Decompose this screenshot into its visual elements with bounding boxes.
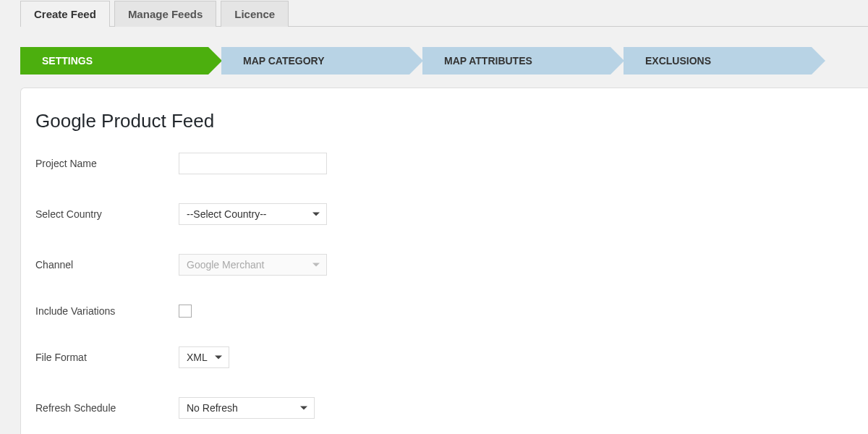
refresh-schedule-value: No Refresh bbox=[179, 397, 315, 419]
channel-value: Google Merchant bbox=[179, 254, 327, 276]
row-refresh-schedule: Refresh Schedule No Refresh bbox=[35, 397, 854, 419]
tab-create-feed[interactable]: Create Feed bbox=[20, 1, 110, 27]
step-settings[interactable]: SETTINGS bbox=[20, 47, 208, 75]
row-select-country: Select Country --Select Country-- bbox=[35, 203, 854, 225]
include-variations-label: Include Variations bbox=[35, 305, 179, 317]
project-name-input[interactable] bbox=[179, 153, 327, 174]
tab-manage-feeds[interactable]: Manage Feeds bbox=[114, 1, 216, 27]
page-title: Google Product Feed bbox=[35, 110, 854, 132]
step-map-attributes[interactable]: MAP ATTRIBUTES bbox=[422, 47, 610, 75]
refresh-schedule-label: Refresh Schedule bbox=[35, 402, 179, 414]
row-project-name: Project Name bbox=[35, 153, 854, 174]
step-exclusions[interactable]: EXCLUSIONS bbox=[624, 47, 812, 75]
wizard-steps: SETTINGS MAP CATEGORY MAP ATTRIBUTES EXC… bbox=[20, 47, 868, 75]
nav-tabs: Create Feed Manage Feeds Licence bbox=[20, 0, 868, 27]
file-format-label: File Format bbox=[35, 352, 179, 363]
row-file-format: File Format XML bbox=[35, 346, 854, 368]
project-name-label: Project Name bbox=[35, 158, 179, 169]
tab-licence[interactable]: Licence bbox=[221, 1, 289, 27]
row-channel: Channel Google Merchant bbox=[35, 254, 854, 276]
select-country-value: --Select Country-- bbox=[179, 203, 327, 225]
channel-dropdown: Google Merchant bbox=[179, 254, 327, 276]
include-variations-checkbox[interactable] bbox=[179, 305, 192, 318]
channel-label: Channel bbox=[35, 259, 179, 271]
row-include-variations: Include Variations bbox=[35, 305, 854, 318]
settings-panel: Google Product Feed Project Name Select … bbox=[20, 88, 868, 434]
step-map-category[interactable]: MAP CATEGORY bbox=[221, 47, 409, 75]
file-format-value: XML bbox=[179, 346, 229, 368]
select-country-dropdown[interactable]: --Select Country-- bbox=[179, 203, 327, 225]
select-country-label: Select Country bbox=[35, 208, 179, 220]
file-format-dropdown[interactable]: XML bbox=[179, 346, 229, 368]
refresh-schedule-dropdown[interactable]: No Refresh bbox=[179, 397, 315, 419]
